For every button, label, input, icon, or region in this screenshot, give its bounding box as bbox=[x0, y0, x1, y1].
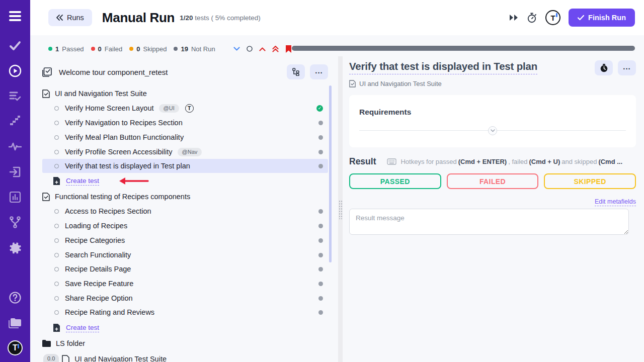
stat-failed: 0Failed bbox=[91, 45, 123, 53]
radio-icon[interactable] bbox=[54, 121, 59, 125]
stopwatch-icon[interactable] bbox=[526, 12, 537, 23]
finish-run-button[interactable]: Finish Run bbox=[569, 9, 635, 27]
radio-icon[interactable] bbox=[54, 310, 59, 315]
chevron-down-icon[interactable] bbox=[233, 47, 240, 51]
folders-icon[interactable] bbox=[0, 316, 30, 330]
branch-icon[interactable] bbox=[0, 216, 30, 229]
test-label: Recipe Details Page bbox=[65, 265, 131, 273]
check-icon[interactable] bbox=[0, 39, 30, 52]
account-logo[interactable]: T bbox=[545, 10, 560, 25]
radio-icon[interactable] bbox=[54, 224, 59, 228]
result-title: Result bbox=[349, 156, 376, 167]
test-row[interactable]: Verify Navigation to Recipes Section bbox=[42, 116, 328, 130]
tree-more-button[interactable]: ... bbox=[310, 64, 328, 79]
radio-icon[interactable] bbox=[54, 296, 59, 301]
list-check-icon[interactable] bbox=[0, 89, 30, 103]
test-row[interactable]: Verify Meal Plan Button Functionality bbox=[42, 130, 328, 144]
radio-icon[interactable] bbox=[54, 267, 59, 272]
create-test-row[interactable]: Create test bbox=[42, 174, 328, 188]
suite-breadcrumb[interactable]: UI and Navigation Test Suite bbox=[349, 80, 636, 87]
status-notrun-icon bbox=[318, 267, 323, 272]
test-row[interactable]: Share Recipe Option bbox=[42, 291, 328, 305]
test-label: Save Recipe Feature bbox=[65, 280, 133, 288]
top-header: Runs Manual Run 1/20 tests ( 5% complete… bbox=[30, 0, 644, 35]
suite-row[interactable]: Functional testing of Recipes components bbox=[42, 190, 328, 204]
drag-grip-icon bbox=[339, 200, 342, 219]
detail-more-button[interactable]: ... bbox=[618, 60, 636, 75]
status-notrun-icon bbox=[318, 253, 323, 257]
test-label: Recipe Categories bbox=[65, 236, 125, 244]
radio-icon[interactable] bbox=[54, 209, 59, 214]
double-chevron-up-icon[interactable] bbox=[272, 46, 279, 52]
test-row[interactable]: Save Recipe Feature bbox=[42, 277, 328, 291]
status-notrun-icon bbox=[318, 164, 323, 168]
test-label: Recipe Rating and Reviews bbox=[65, 308, 154, 316]
radio-icon[interactable] bbox=[54, 282, 59, 286]
steps-icon[interactable] bbox=[0, 115, 30, 128]
radio-icon[interactable] bbox=[54, 238, 59, 243]
count-badge: 0.0 bbox=[43, 354, 59, 362]
pulse-icon[interactable] bbox=[0, 140, 30, 153]
status-notrun-icon bbox=[318, 296, 323, 301]
folder-row[interactable]: LS folder bbox=[42, 336, 328, 350]
failed-button[interactable]: FAILED bbox=[447, 173, 539, 189]
hamburger-icon[interactable] bbox=[0, 9, 30, 23]
timer-button[interactable] bbox=[595, 60, 613, 75]
gear-icon[interactable] bbox=[0, 240, 30, 255]
test-row[interactable]: Recipe Details Page bbox=[42, 262, 328, 276]
test-row[interactable]: Search Functionality bbox=[42, 248, 328, 262]
tree-scrollbar[interactable] bbox=[329, 85, 332, 262]
radio-icon[interactable] bbox=[54, 106, 59, 111]
test-row[interactable]: Recipe Rating and Reviews bbox=[42, 305, 328, 319]
notrun-dot-icon bbox=[174, 47, 178, 51]
test-detail-panel: Verify that test is displayed in Test pl… bbox=[349, 60, 636, 237]
passed-button[interactable]: PASSED bbox=[349, 173, 441, 189]
create-test-row[interactable]: Create test bbox=[42, 321, 328, 335]
test-row[interactable]: Verify Home Screen Layout @UI T ✓ bbox=[42, 101, 328, 115]
panel-splitter[interactable] bbox=[338, 56, 343, 362]
checklist-icon bbox=[42, 67, 52, 77]
result-message-input[interactable] bbox=[349, 209, 629, 235]
circle-icon[interactable] bbox=[247, 46, 253, 52]
test-title[interactable]: Verify that test is displayed in Test pl… bbox=[349, 60, 537, 74]
status-notrun-icon bbox=[318, 282, 323, 286]
radio-icon[interactable] bbox=[54, 135, 59, 140]
test-tree: UI and Navigation Test Suite Verify Home… bbox=[42, 85, 328, 362]
back-to-runs-label: Runs bbox=[67, 14, 84, 22]
suite-row[interactable]: UI and Navigation Test Suite bbox=[42, 86, 328, 101]
logo-letter: T bbox=[13, 343, 18, 352]
suite-breadcrumb-label: UI and Navigation Test Suite bbox=[359, 80, 442, 87]
fast-forward-icon[interactable] bbox=[509, 14, 518, 21]
keyboard-icon bbox=[387, 158, 396, 165]
test-row[interactable]: Verify Profile Screen Accessibility @Nav bbox=[42, 145, 328, 159]
create-test-link[interactable]: Create test bbox=[66, 324, 99, 332]
suite-row[interactable]: 0.0 UI and Navigation Test Suite bbox=[42, 352, 328, 362]
chevron-up-icon[interactable] bbox=[259, 47, 266, 51]
import-icon[interactable] bbox=[0, 165, 30, 179]
test-label: Verify Meal Plan Button Functionality bbox=[65, 133, 184, 141]
document-check-icon bbox=[42, 89, 50, 98]
test-row-selected[interactable]: Verify that test is displayed in Test pl… bbox=[42, 159, 328, 173]
hierarchy-icon bbox=[292, 68, 300, 76]
hierarchy-view-button[interactable] bbox=[287, 64, 305, 79]
edit-metafields-link[interactable]: Edit metafields bbox=[595, 198, 636, 206]
radio-icon[interactable] bbox=[54, 253, 59, 257]
expand-chevron-icon[interactable] bbox=[488, 126, 497, 135]
test-row[interactable]: Loading of Recipes bbox=[42, 219, 328, 233]
radio-icon[interactable] bbox=[54, 164, 59, 168]
create-test-link[interactable]: Create test bbox=[66, 177, 99, 186]
brand-logo[interactable]: T bbox=[0, 340, 30, 356]
test-row[interactable]: Access to Recipes Section bbox=[42, 204, 328, 218]
status-notrun-icon bbox=[318, 310, 323, 315]
back-to-runs-button[interactable]: Runs bbox=[48, 9, 92, 26]
bar-chart-icon[interactable] bbox=[0, 191, 30, 204]
radio-icon[interactable] bbox=[54, 150, 59, 154]
help-icon[interactable] bbox=[0, 291, 30, 305]
test-row[interactable]: Recipe Categories bbox=[42, 233, 328, 247]
status-passed-icon: ✓ bbox=[316, 105, 323, 112]
play-circle-icon[interactable] bbox=[0, 64, 30, 78]
status-notrun-icon bbox=[318, 224, 323, 228]
bookmark-icon[interactable] bbox=[285, 45, 292, 53]
failed-dot-icon bbox=[91, 47, 95, 51]
skipped-button[interactable]: SKIPPED bbox=[544, 173, 636, 189]
